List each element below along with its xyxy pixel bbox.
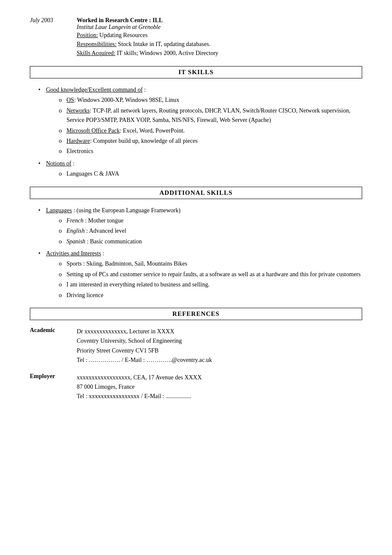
it-skills-list: Good knowledge/Excellent command of : OS… (38, 85, 362, 179)
it-sub-office: Microsoft Office Pack: Excel, Word, Powe… (59, 126, 362, 136)
work-details: Worked in Research Centre : ILL Institut… (77, 17, 362, 58)
good-knowledge-label: Good knowledge/Excellent command of (46, 87, 143, 93)
it-sub-languages: Languages C & JAVA (59, 169, 362, 179)
responsibilities-label: Responsibilities: (77, 41, 116, 47)
skills-label: Skills Acquired: (77, 50, 115, 56)
academic-line1: Dr xxxxxxxxxxxxxx, Lecturer in XXXX (77, 327, 362, 336)
work-title: Worked in Research Centre : ILL (77, 17, 362, 24)
employer-line3: Tel : xxxxxxxxxxxxxxxxx / E-Mail : .....… (77, 392, 362, 401)
additional-skills-list: Languages : (using the European Language… (38, 206, 362, 301)
employer-line2: 87 000 Limoges, France (77, 382, 362, 392)
activities-label: Activities and Interests (46, 250, 101, 257)
languages-label: Languages (46, 207, 72, 214)
activity-interested: I am interested in everything related to… (59, 280, 362, 289)
employer-details: xxxxxxxxxxxxxxxxxx, CEA, 17 Avenue des X… (77, 373, 362, 402)
notions-label: Notions of (46, 160, 72, 167)
references-section: Academic Dr xxxxxxxxxxxxxx, Lecturer in … (30, 327, 362, 402)
lang-spanish: Spanish : Basic communication (59, 237, 362, 246)
references-header: REFERENCES (30, 308, 362, 320)
work-responsibilities: Responsibilities: Stock Intake in IT, up… (77, 40, 362, 49)
it-skills-sublist2: Languages C & JAVA (59, 169, 362, 179)
languages-suffix: : (using the European Language Framework… (72, 207, 181, 214)
it-skills-bullet1: Good knowledge/Excellent command of : OS… (38, 85, 362, 156)
languages-bullet: Languages : (using the European Language… (38, 206, 362, 247)
responsibilities-value: Stock Intake in IT, updating databases. (118, 41, 210, 47)
academic-line2: Coventry University, School of Engineeri… (77, 336, 362, 346)
it-sub-electronics: Electronics (59, 147, 362, 156)
academic-line3: Priority Street Coventry CV1 5FB (77, 346, 362, 356)
position-value: Updating Resources (99, 32, 147, 38)
academic-details: Dr xxxxxxxxxxxxxx, Lecturer in XXXX Cove… (77, 327, 362, 365)
lang-english: English : Advanced level (59, 226, 362, 236)
employer-label: Employer (30, 373, 77, 402)
additional-skills-header: ADDITIONAL SKILLS (30, 187, 362, 199)
it-skills-bullet2: Notions of : Languages C & JAVA (38, 159, 362, 179)
work-entry: July 2003 Worked in Research Centre : IL… (30, 17, 362, 58)
work-skills: Skills Acquired: IT skills; Windows 2000… (77, 49, 362, 58)
good-knowledge-suffix: : (143, 87, 146, 93)
activities-bullet: Activities and Interests : Sports : Skii… (38, 249, 362, 300)
it-sub-networks: Networks: TCP-IP, all network layers, Ro… (59, 106, 362, 125)
activity-sports: Sports : Skiing, Badminton, Sail, Mounta… (59, 259, 362, 269)
activity-pcs: Setting up of PCs and customer service t… (59, 270, 362, 279)
academic-label: Academic (30, 327, 77, 365)
skills-value: IT skills; Windows 2000, Active Director… (117, 50, 218, 56)
it-sub-hardware: Hardware: Computer build up, knowledge o… (59, 136, 362, 146)
academic-ref: Academic Dr xxxxxxxxxxxxxx, Lecturer in … (30, 327, 362, 365)
activities-sublist: Sports : Skiing, Badminton, Sail, Mounta… (59, 259, 362, 300)
languages-sublist: French : Mother tongue English : Advance… (59, 216, 362, 246)
activities-suffix: : (101, 250, 104, 257)
work-position: Position: Updating Resources (77, 31, 362, 40)
employer-line1: xxxxxxxxxxxxxxxxxx, CEA, 17 Avenue des X… (77, 373, 362, 382)
employer-ref: Employer xxxxxxxxxxxxxxxxxx, CEA, 17 Ave… (30, 373, 362, 402)
academic-line4: Tel : ……………. / E-Mail : ………….@coventry.a… (77, 356, 362, 365)
it-skills-header: IT SKILLS (30, 66, 362, 78)
lang-french: French : Mother tongue (59, 216, 362, 225)
position-label: Position: (77, 32, 98, 38)
activity-driving: Driving licence (59, 291, 362, 300)
it-sub-os: OS: Windows 2000-XP, Windows 98SE, Linux (59, 95, 362, 105)
work-company: Institut Laue Langevin at Grenoble (77, 24, 362, 31)
work-date: July 2003 (30, 17, 77, 58)
it-skills-sublist1: OS: Windows 2000-XP, Windows 98SE, Linux… (59, 95, 362, 156)
